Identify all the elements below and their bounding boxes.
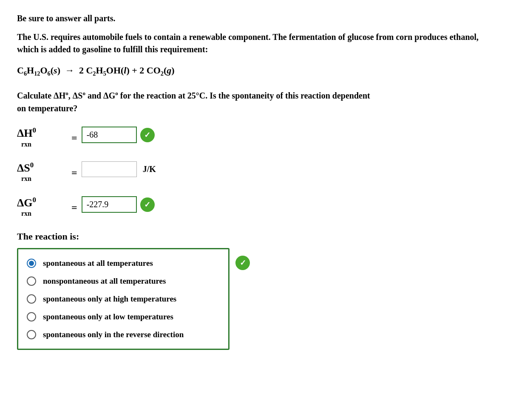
reaction-section: spontaneous at all temperatures nonspont… [17,248,493,350]
radio-spontaneous-low[interactable] [27,312,36,321]
delta-h-input-wrap: ✓ [82,127,155,143]
delta-g-input-wrap: ✓ [82,196,155,213]
description-text: The U.S. requires automobile fuels to co… [17,31,493,56]
delta-s-input-wrap: J/K [82,161,156,177]
option-row-5[interactable]: spontaneous only in the reverse directio… [27,326,220,344]
reaction-check-icon: ✓ [235,256,250,270]
delta-g-equals: = [71,202,77,214]
radio-nonspontaneous-all[interactable] [27,276,36,286]
option-row-2[interactable]: nonspontaneous at all temperatures [27,272,220,290]
delta-s-rxn: rxn [21,175,68,183]
delta-s-label: ΔS0 rxn [17,161,68,183]
option-row-4[interactable]: spontaneous only at low temperatures [27,308,220,326]
option-text-4: spontaneous only at low temperatures [43,312,173,321]
option-text-2: nonspontaneous at all temperatures [43,276,166,286]
delta-g-input[interactable] [82,196,137,213]
calculate-prompt: Calculate ΔHo, ΔSo and ΔGo for the react… [17,89,493,115]
delta-h-equals: = [71,132,77,144]
radio-spontaneous-high[interactable] [27,294,36,304]
delta-h-rxn: rxn [21,141,68,148]
option-row-3[interactable]: spontaneous only at high temperatures [27,290,220,308]
delta-h-check-icon: ✓ [140,128,155,142]
chemical-equation: C6H12O6(s) → 2 C2H5OH(l) + 2 CO2(g) [17,65,493,77]
option-row-1[interactable]: spontaneous at all temperatures [27,254,220,272]
instruction-text: Be sure to answer all parts. [17,14,493,23]
options-box: spontaneous at all temperatures nonspont… [17,248,230,350]
delta-g-row: ΔG0 rxn = ✓ [17,196,493,217]
option-text-5: spontaneous only in the reverse directio… [43,330,184,339]
delta-s-unit: J/K [143,164,156,174]
option-text-1: spontaneous at all temperatures [43,259,153,268]
delta-g-check-icon: ✓ [140,197,155,212]
delta-g-rxn: rxn [21,210,68,217]
reaction-section-title: The reaction is: [17,231,493,242]
radio-spontaneous-reverse[interactable] [27,330,36,339]
delta-g-label: ΔG0 rxn [17,196,68,217]
radio-spontaneous-all[interactable] [27,259,36,268]
delta-s-equals: = [71,167,77,179]
delta-s-input[interactable] [82,161,137,177]
delta-h-label: ΔH0 rxn [17,127,68,148]
delta-s-row: ΔS0 rxn = J/K [17,161,493,183]
option-text-3: spontaneous only at high temperatures [43,294,176,304]
delta-h-input[interactable] [82,127,137,143]
radio-inner-spontaneous-all [29,261,34,266]
delta-h-row: ΔH0 rxn = ✓ [17,127,493,148]
